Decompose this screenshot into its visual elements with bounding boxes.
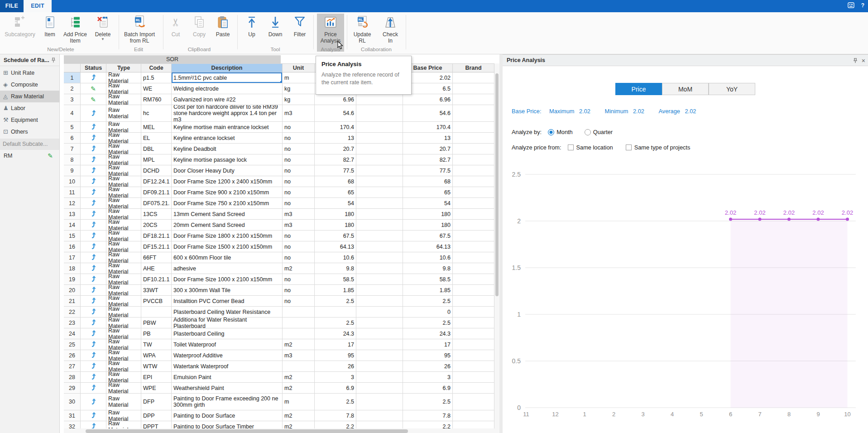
row-number[interactable]: 29 — [64, 383, 81, 394]
brand-cell[interactable] — [453, 361, 494, 372]
type-cell[interactable]: Raw Material — [106, 176, 141, 187]
description-cell[interactable]: Installtion PVC Corner Bead — [172, 296, 283, 307]
status-cell[interactable] — [81, 165, 106, 176]
empty-cell[interactable] — [356, 350, 403, 361]
price-cell[interactable]: 2.5 — [315, 394, 356, 410]
price-cell[interactable]: 64.13 — [315, 241, 356, 252]
table-row[interactable]: 25Raw MaterialTWToilet Waterproofm21717 — [64, 339, 494, 350]
checkbox-same-location[interactable] — [568, 144, 574, 150]
base-price-cell[interactable]: 10.6 — [403, 252, 453, 263]
unit-cell[interactable]: m3 — [283, 350, 315, 361]
unit-cell[interactable]: no — [283, 144, 315, 154]
price-cell[interactable]: 54.6 — [315, 105, 356, 122]
sidebar-item-raw-material[interactable]: ◬Raw Material — [0, 91, 59, 102]
type-cell[interactable]: Raw Material — [106, 252, 141, 263]
row-number[interactable]: 25 — [64, 339, 81, 350]
base-price-cell[interactable]: 170.4 — [403, 122, 453, 133]
code-cell[interactable]: DPPT — [141, 421, 172, 428]
type-cell[interactable]: Raw Material — [106, 83, 141, 94]
table-row[interactable]: 4Raw MaterialhcCost per ton hardcore dil… — [64, 105, 494, 122]
price-cell[interactable]: 82.7 — [315, 154, 356, 165]
type-cell[interactable]: Raw Material — [106, 307, 141, 318]
empty-cell[interactable] — [356, 410, 403, 421]
description-cell[interactable]: Watertank Waterproof — [172, 361, 283, 372]
description-cell[interactable]: Additiona for Water Resistant Plasterboa… — [172, 318, 283, 328]
description-cell[interactable]: Painting to Door Frame exceeding 200 ne … — [172, 394, 283, 410]
base-price-cell[interactable]: 2.2 — [403, 421, 453, 428]
panel-splitter[interactable] — [499, 54, 503, 433]
status-cell[interactable]: ✎ — [81, 83, 106, 94]
row-number[interactable]: 22 — [64, 307, 81, 318]
code-cell[interactable]: MEL — [141, 122, 172, 133]
tab-file[interactable]: FILE — [0, 0, 24, 12]
status-cell[interactable] — [81, 176, 106, 187]
code-cell[interactable]: EPI — [141, 372, 172, 383]
table-row[interactable]: 14Raw Material20CS20mm Cement Sand Scree… — [64, 220, 494, 231]
status-cell[interactable]: ✎ — [81, 94, 106, 105]
horizontal-scrollbar-thumb[interactable] — [86, 429, 408, 433]
description-cell[interactable]: 20mm Cement Sand Screed — [172, 220, 283, 231]
brand-cell[interactable] — [453, 421, 494, 428]
unit-cell[interactable]: no — [283, 133, 315, 144]
description-cell[interactable]: Door Frame Size 900 x 2100 x150mm — [172, 187, 283, 198]
code-cell[interactable]: 33WT — [141, 285, 172, 296]
unit-cell[interactable]: no — [283, 231, 315, 241]
description-cell[interactable]: 300 x 300mm Wall Tile — [172, 285, 283, 296]
unit-cell[interactable]: m — [283, 72, 315, 83]
language-icon[interactable] — [848, 2, 854, 10]
status-cell[interactable] — [81, 154, 106, 165]
row-number[interactable]: 9 — [64, 165, 81, 176]
empty-cell[interactable] — [356, 165, 403, 176]
unit-cell[interactable]: m3 — [283, 105, 315, 122]
status-cell[interactable] — [81, 209, 106, 220]
price-cell[interactable]: 2.2 — [315, 421, 356, 428]
table-row[interactable]: 3✎Raw MaterialRM760Galvanized iron wire … — [64, 94, 494, 105]
table-row[interactable]: 20Raw Material33WT300 x 300mm Wall Tilen… — [64, 285, 494, 296]
unit-cell[interactable]: m2 — [283, 372, 315, 383]
empty-cell[interactable] — [356, 274, 403, 285]
tab-edit[interactable]: EDIT — [24, 0, 52, 12]
status-cell[interactable] — [81, 133, 106, 144]
tab-yoy[interactable]: YoY — [709, 83, 755, 95]
row-number[interactable]: 19 — [64, 274, 81, 285]
table-row[interactable]: 17Raw Material66FT600 x 600mm Floor tile… — [64, 252, 494, 263]
base-price-cell[interactable]: 13 — [403, 133, 453, 144]
brand-cell[interactable] — [453, 176, 494, 187]
tab-mom[interactable]: MoM — [662, 83, 709, 95]
status-cell[interactable] — [81, 307, 106, 318]
brand-cell[interactable] — [453, 307, 494, 318]
price-cell[interactable]: 20.7 — [315, 144, 356, 154]
description-cell[interactable]: Door Closer Heavy Duty — [172, 165, 283, 176]
price-cell[interactable]: 170.4 — [315, 122, 356, 133]
type-cell[interactable]: Raw Material — [106, 187, 141, 198]
brand-cell[interactable] — [453, 410, 494, 421]
base-price-cell[interactable]: 64.13 — [403, 241, 453, 252]
unit-cell[interactable]: m2 — [283, 410, 315, 421]
base-price-cell[interactable]: 2.5 — [403, 394, 453, 410]
row-number[interactable]: 14 — [64, 220, 81, 231]
status-cell[interactable] — [81, 410, 106, 421]
data-point[interactable] — [817, 217, 820, 221]
status-cell[interactable] — [81, 274, 106, 285]
description-cell[interactable]: Door Frame Size 1200 x 2400 x150mm — [172, 176, 283, 187]
type-cell[interactable]: Raw Material — [106, 144, 141, 154]
empty-cell[interactable] — [356, 252, 403, 263]
description-cell[interactable]: Door Frame Size 1500 x 2100 x150mm — [172, 241, 283, 252]
brand-cell[interactable] — [453, 318, 494, 328]
brand-cell[interactable] — [453, 372, 494, 383]
table-row[interactable]: 2✎Raw MaterialWEWelding electrodekg6.5 — [64, 83, 494, 94]
code-cell[interactable]: DF10.21.1 — [141, 274, 172, 285]
table-row[interactable]: 24Raw MaterialPBPlasterboard Ceiling24.3… — [64, 328, 494, 339]
base-price-cell[interactable]: 6.96 — [403, 94, 453, 105]
type-cell[interactable]: Raw Material — [106, 372, 141, 383]
row-number[interactable]: 18 — [64, 263, 81, 274]
unit-cell[interactable]: no — [283, 252, 315, 263]
code-cell[interactable]: PVCCB — [141, 296, 172, 307]
row-number[interactable]: 7 — [64, 144, 81, 154]
type-cell[interactable]: Raw Material — [106, 165, 141, 176]
unit-cell[interactable]: no — [283, 187, 315, 198]
status-cell[interactable] — [81, 339, 106, 350]
column-header-unit[interactable]: Unit — [283, 63, 315, 72]
code-cell[interactable]: RM760 — [141, 94, 172, 105]
row-number[interactable]: 17 — [64, 252, 81, 263]
